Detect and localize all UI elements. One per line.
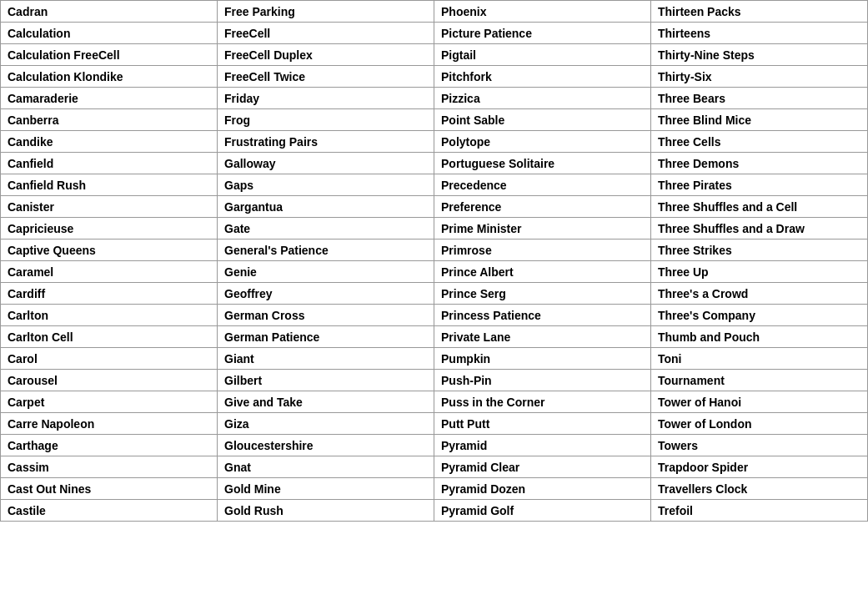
table-cell: Princess Patience	[434, 305, 651, 326]
table-cell: Calculation FreeCell	[1, 44, 218, 66]
table-cell: Thirteen Packs	[651, 1, 868, 23]
table-cell: Canister	[1, 196, 218, 218]
table-row: CassimGnatPyramid ClearTrapdoor Spider	[1, 456, 868, 478]
table-row: Calculation FreeCellFreeCell DuplexPigta…	[1, 44, 868, 66]
table-cell: General's Patience	[218, 239, 434, 261]
table-row: Cast Out NinesGold MinePyramid DozenTrav…	[1, 478, 868, 500]
table-cell: Pyramid Dozen	[434, 478, 651, 500]
table-cell: Polytope	[434, 131, 651, 153]
table-cell: Carlton	[1, 305, 218, 326]
table-cell: Prime Minister	[434, 218, 651, 239]
table-cell: Thirty-Six	[651, 66, 868, 88]
table-cell: Towers	[651, 435, 868, 456]
table-cell: Prince Serg	[434, 283, 651, 305]
table-cell: Free Parking	[218, 1, 434, 23]
table-row: CarpetGive and TakePuss in the CornerTow…	[1, 391, 868, 413]
table-cell: Frustrating Pairs	[218, 131, 434, 153]
table-row: Carlton CellGerman PatiencePrivate LaneT…	[1, 326, 868, 348]
table-cell: Pyramid Golf	[434, 500, 651, 522]
table-row: Carre NapoleonGizaPutt PuttTower of Lond…	[1, 413, 868, 435]
table-cell: Calculation Klondike	[1, 66, 218, 88]
table-row: CanberraFrogPoint SableThree Blind Mice	[1, 109, 868, 131]
table-cell: German Patience	[218, 326, 434, 348]
table-row: Canfield RushGapsPrecedenceThree Pirates	[1, 174, 868, 196]
table-cell: Precedence	[434, 174, 651, 196]
table-cell: Thirty-Nine Steps	[651, 44, 868, 66]
table-cell: Gargantua	[218, 196, 434, 218]
table-cell: Castile	[1, 500, 218, 522]
table-cell: Three's a Crowd	[651, 283, 868, 305]
table-row: CarolGiantPumpkinToni	[1, 348, 868, 370]
table-cell: Push-Pin	[434, 370, 651, 391]
table-cell: Calculation	[1, 23, 218, 44]
table-cell: Pyramid Clear	[434, 456, 651, 478]
table-cell: Capricieuse	[1, 218, 218, 239]
table-cell: Three Shuffles and a Cell	[651, 196, 868, 218]
table-cell: Carthage	[1, 435, 218, 456]
table-cell: Travellers Clock	[651, 478, 868, 500]
table-cell: Phoenix	[434, 1, 651, 23]
table-cell: Canfield	[1, 153, 218, 174]
table-cell: Toni	[651, 348, 868, 370]
table-cell: Three's Company	[651, 305, 868, 326]
table-row: CalculationFreeCellPicture PatienceThirt…	[1, 23, 868, 44]
table-cell: Gilbert	[218, 370, 434, 391]
table-row: CarouselGilbertPush-PinTournament	[1, 370, 868, 391]
table-cell: Caramel	[1, 261, 218, 283]
table-cell: Three Bears	[651, 88, 868, 109]
table-cell: Gnat	[218, 456, 434, 478]
table-row: CastileGold RushPyramid GolfTrefoil	[1, 500, 868, 522]
table-row: Calculation KlondikeFreeCell TwicePitchf…	[1, 66, 868, 88]
table-cell: Thumb and Pouch	[651, 326, 868, 348]
table-cell: Carousel	[1, 370, 218, 391]
table-cell: Three Strikes	[651, 239, 868, 261]
table-cell: Preference	[434, 196, 651, 218]
table-cell: Private Lane	[434, 326, 651, 348]
table-cell: Give and Take	[218, 391, 434, 413]
table-cell: Portuguese Solitaire	[434, 153, 651, 174]
table-cell: Picture Patience	[434, 23, 651, 44]
table-cell: Friday	[218, 88, 434, 109]
table-cell: Gold Mine	[218, 478, 434, 500]
table-cell: Carlton Cell	[1, 326, 218, 348]
table-row: CapricieuseGatePrime MinisterThree Shuff…	[1, 218, 868, 239]
table-cell: Pitchfork	[434, 66, 651, 88]
table-cell: Cast Out Nines	[1, 478, 218, 500]
table-row: CardiffGeoffreyPrince SergThree's a Crow…	[1, 283, 868, 305]
table-cell: Trapdoor Spider	[651, 456, 868, 478]
table-row: CanfieldGallowayPortuguese SolitaireThre…	[1, 153, 868, 174]
table-cell: Three Demons	[651, 153, 868, 174]
table-cell: Trefoil	[651, 500, 868, 522]
table-cell: Thirteens	[651, 23, 868, 44]
table-cell: Carol	[1, 348, 218, 370]
table-cell: Genie	[218, 261, 434, 283]
table-cell: Canfield Rush	[1, 174, 218, 196]
table-cell: Putt Putt	[434, 413, 651, 435]
table-cell: Pumpkin	[434, 348, 651, 370]
table-cell: Camaraderie	[1, 88, 218, 109]
table-cell: Point Sable	[434, 109, 651, 131]
table-cell: Three Blind Mice	[651, 109, 868, 131]
table-cell: Pyramid	[434, 435, 651, 456]
table-cell: Cardiff	[1, 283, 218, 305]
table-cell: Puss in the Corner	[434, 391, 651, 413]
table-cell: FreeCell Twice	[218, 66, 434, 88]
table-cell: Gloucestershire	[218, 435, 434, 456]
table-cell: Frog	[218, 109, 434, 131]
table-cell: German Cross	[218, 305, 434, 326]
table-cell: Gold Rush	[218, 500, 434, 522]
table-cell: FreeCell Duplex	[218, 44, 434, 66]
table-cell: Tower of London	[651, 413, 868, 435]
table-cell: Carpet	[1, 391, 218, 413]
table-cell: Giza	[218, 413, 434, 435]
table-row: Captive QueensGeneral's PatiencePrimrose…	[1, 239, 868, 261]
table-cell: Gate	[218, 218, 434, 239]
table-cell: Gaps	[218, 174, 434, 196]
table-cell: Geoffrey	[218, 283, 434, 305]
table-cell: Prince Albert	[434, 261, 651, 283]
table-cell: Cadran	[1, 1, 218, 23]
table-cell: Three Cells	[651, 131, 868, 153]
table-cell: Galloway	[218, 153, 434, 174]
table-row: CaramelGeniePrince AlbertThree Up	[1, 261, 868, 283]
table-cell: Cassim	[1, 456, 218, 478]
